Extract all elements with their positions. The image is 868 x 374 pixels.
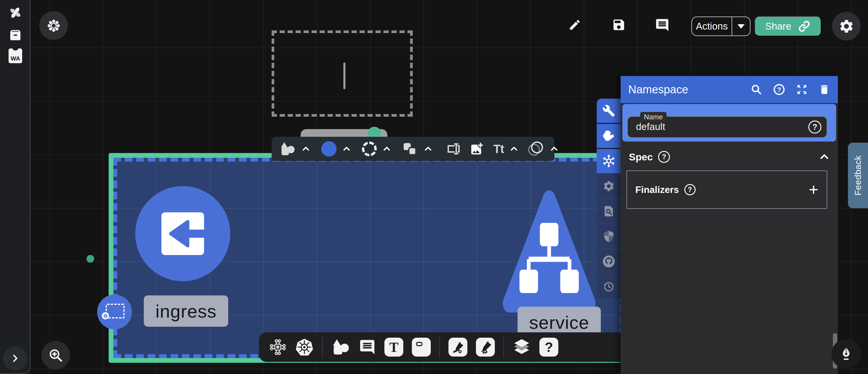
- kubernetes-icon: [295, 338, 314, 356]
- flower-tool-button[interactable]: [39, 11, 68, 40]
- copy-style-chevron[interactable]: [424, 144, 433, 153]
- copy-style-icon: [402, 142, 418, 156]
- panel-delete-button[interactable]: [818, 84, 830, 95]
- expand-icon: [796, 84, 808, 95]
- anchor-dot[interactable]: [87, 255, 94, 263]
- shapes-tool[interactable]: [331, 339, 350, 356]
- tab-preview[interactable]: [597, 199, 621, 223]
- shapes-menu-button[interactable]: [279, 142, 296, 156]
- tab-resource[interactable]: [597, 149, 621, 173]
- text-tool[interactable]: T: [384, 338, 403, 356]
- save-icon[interactable]: [612, 18, 626, 32]
- ingress-label-text: ingress: [156, 301, 217, 322]
- pen-nib-button[interactable]: [831, 339, 861, 369]
- pending-textbox[interactable]: [272, 30, 413, 117]
- pen-connector-tool[interactable]: [448, 338, 467, 356]
- wa-sticker-icon[interactable]: WA: [8, 49, 22, 63]
- panel-expand-button[interactable]: [796, 84, 808, 95]
- chevron-up-icon: [550, 144, 559, 153]
- tab-labels[interactable]: [597, 124, 621, 148]
- tab-tools[interactable]: [597, 99, 621, 123]
- chevron-up-icon: [382, 144, 391, 153]
- finalizers-help-button[interactable]: ?: [684, 184, 695, 195]
- spec-help-button[interactable]: ?: [658, 151, 670, 163]
- image-tool[interactable]: [412, 338, 431, 356]
- brand-swirl-icon[interactable]: [8, 6, 22, 20]
- opacity-button[interactable]: [528, 142, 544, 156]
- ingress-label[interactable]: ingress: [144, 295, 228, 327]
- node-service[interactable]: [503, 189, 595, 319]
- link-icon: [798, 20, 811, 33]
- chevron-up-icon: [424, 144, 433, 153]
- rename-button[interactable]: [446, 142, 461, 156]
- panel-tab-strip: [597, 99, 621, 299]
- comment-tool[interactable]: [359, 339, 376, 356]
- name-field[interactable]: Name default ?: [627, 116, 827, 138]
- tab-github[interactable]: [597, 249, 621, 274]
- help-tool[interactable]: ?: [539, 338, 558, 356]
- add-image-icon: [469, 142, 484, 156]
- feedback-tab[interactable]: Feedback: [848, 143, 868, 208]
- kubernetes-tool[interactable]: [295, 338, 314, 356]
- zoom-in-icon: [48, 348, 63, 363]
- circuit-icon: [269, 338, 287, 356]
- chevron-up-icon: [302, 144, 310, 153]
- name-help-button[interactable]: ?: [808, 120, 822, 134]
- shapes-icon: [331, 339, 350, 356]
- name-field-label: Name: [640, 112, 666, 122]
- diagram-canvas[interactable]: WA Actions Share ingress: [0, 0, 868, 374]
- spec-section-header[interactable]: Spec ?: [629, 149, 830, 165]
- stroke-style-chevron[interactable]: [382, 144, 391, 153]
- trash-icon: [818, 84, 830, 95]
- rename-icon: [446, 142, 461, 156]
- tab-settings[interactable]: [597, 174, 621, 198]
- layers-tool[interactable]: [513, 339, 531, 355]
- image-icon: [412, 338, 431, 356]
- spec-label: Spec: [629, 151, 653, 163]
- comment-icon: [359, 339, 376, 356]
- shapes-menu-chevron[interactable]: [302, 144, 310, 153]
- opacity-chevron[interactable]: [550, 144, 559, 153]
- chevron-up-icon: [819, 151, 830, 162]
- archive-icon[interactable]: [8, 28, 22, 42]
- wa-label: WA: [11, 55, 20, 62]
- pen-nib-icon: [840, 347, 852, 361]
- spec-collapse-button[interactable]: [819, 151, 830, 162]
- edit-icon[interactable]: [568, 18, 581, 31]
- github-icon: [602, 255, 615, 268]
- finalizers-box: Finalizers ? +: [626, 170, 827, 209]
- share-button[interactable]: Share: [755, 16, 822, 36]
- fill-color-chevron[interactable]: [342, 144, 351, 153]
- tab-security[interactable]: [597, 224, 621, 249]
- zoom-in-button[interactable]: [41, 341, 70, 370]
- tab-history[interactable]: [597, 275, 621, 299]
- typography-button[interactable]: Tt: [493, 142, 504, 156]
- toolbar-divider: [503, 337, 504, 358]
- actions-dropdown[interactable]: [732, 17, 750, 35]
- namespace-panel: Namespace Name default ? Spec ? Finalize…: [621, 76, 838, 374]
- flower-icon: [46, 18, 61, 33]
- fill-color-swatch: [321, 141, 337, 156]
- text-cursor: [343, 63, 345, 89]
- node-ingress[interactable]: [135, 186, 230, 281]
- panel-help-button[interactable]: [773, 83, 785, 96]
- settings-button[interactable]: [832, 12, 861, 40]
- panel-search-button[interactable]: [750, 84, 762, 95]
- comment-icon[interactable]: [655, 18, 670, 32]
- circuit-tool[interactable]: [269, 338, 287, 356]
- add-finalizer-button[interactable]: +: [809, 181, 818, 198]
- sidebar-expand-button[interactable]: [3, 346, 27, 370]
- pencil-draw-tool[interactable]: [476, 338, 495, 356]
- add-image-button[interactable]: [469, 142, 484, 156]
- namespace-group-badge[interactable]: [97, 294, 132, 329]
- pen-connector-icon: [448, 338, 467, 356]
- name-field-highlight: Name default ?: [622, 104, 836, 142]
- typography-chevron[interactable]: [509, 144, 519, 153]
- copy-style-button[interactable]: [402, 142, 418, 156]
- wrench-icon: [602, 104, 615, 117]
- chevron-right-icon: [10, 353, 20, 363]
- stroke-style-button[interactable]: [362, 142, 377, 156]
- fill-color-button[interactable]: [321, 141, 337, 156]
- actions-button[interactable]: Actions: [691, 17, 750, 36]
- gear-icon: [602, 180, 615, 192]
